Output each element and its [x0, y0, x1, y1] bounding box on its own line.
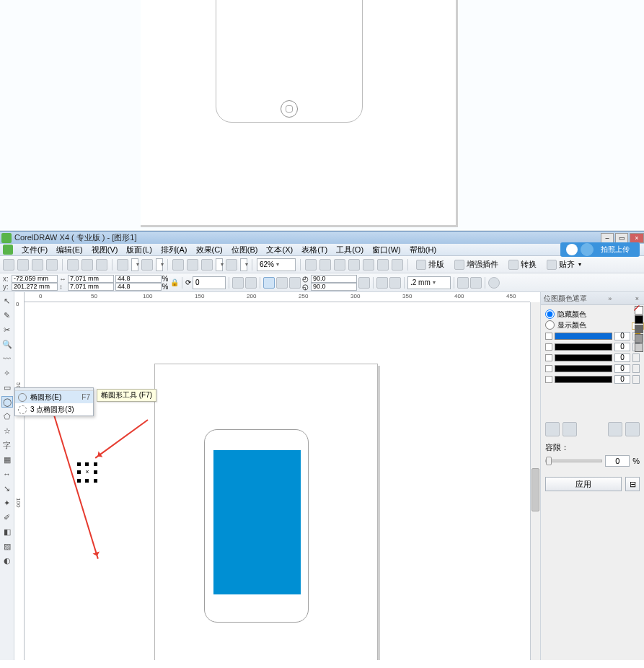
- tool-text[interactable]: 字: [1, 439, 13, 451]
- menu-item[interactable]: 表格(T): [297, 244, 332, 256]
- menu-item[interactable]: 版面(L): [122, 244, 156, 256]
- zoom-height-icon[interactable]: [377, 259, 389, 271]
- height-input[interactable]: [68, 283, 114, 291]
- menu-item[interactable]: 编辑(E): [52, 244, 87, 256]
- zoom-selection-icon[interactable]: [392, 259, 403, 271]
- mask-swatch[interactable]: [555, 333, 612, 340]
- vertical-ruler[interactable]: 050100: [14, 292, 25, 660]
- app-launcher-icon[interactable]: [226, 259, 237, 271]
- mask-checkbox[interactable]: [545, 343, 552, 351]
- zoom-in-icon[interactable]: [305, 259, 317, 271]
- outline-width-combo[interactable]: .2 mm▾: [407, 276, 451, 289]
- pie-mode-icon[interactable]: [276, 277, 288, 289]
- mask-value[interactable]: 0: [614, 364, 630, 373]
- mask-checkbox[interactable]: [545, 376, 552, 383]
- tolerance-value[interactable]: 0: [605, 455, 630, 467]
- palette-swatch[interactable]: [635, 325, 643, 333]
- paste-icon[interactable]: [96, 259, 107, 271]
- palette-swatch[interactable]: [635, 334, 643, 343]
- menu-item[interactable]: 位图(B): [227, 244, 263, 256]
- mask-swatch[interactable]: [555, 343, 612, 351]
- palette-swatch[interactable]: [635, 343, 643, 352]
- convert-curve-icon[interactable]: [470, 277, 482, 289]
- mask-value[interactable]: 0: [614, 353, 630, 362]
- export-icon[interactable]: [187, 259, 198, 271]
- tool-pick[interactable]: ↖: [1, 295, 13, 307]
- convert-button[interactable]: 转换: [505, 258, 540, 271]
- tool-dropper[interactable]: ✐: [1, 511, 13, 523]
- mask-color-row[interactable]: 0: [545, 331, 640, 341]
- mask-value[interactable]: 0: [614, 375, 630, 384]
- import-icon[interactable]: [172, 259, 184, 271]
- tool-freehand[interactable]: 〰: [1, 353, 13, 364]
- mask-spinner[interactable]: [632, 353, 640, 362]
- mask-color-row[interactable]: 0: [545, 374, 640, 384]
- cut-icon[interactable]: [67, 259, 79, 271]
- menu-item[interactable]: 工具(O): [332, 244, 368, 256]
- app-launcher-dropdown[interactable]: ▾: [240, 258, 247, 271]
- snap-button[interactable]: 贴齐▾: [543, 258, 585, 271]
- flyout-item-ellipse[interactable]: 椭圆形(E) F7: [15, 391, 93, 403]
- tool-rect[interactable]: ▭: [1, 382, 13, 393]
- upload-button[interactable]: 拍照上传: [560, 242, 640, 257]
- mirror-v-icon[interactable]: [245, 277, 257, 289]
- direction-icon[interactable]: [358, 277, 370, 289]
- docker-title-bar[interactable]: 位图颜色遮罩 » ×: [541, 292, 644, 305]
- tool-outline[interactable]: ◧: [1, 526, 13, 537]
- new-icon[interactable]: [3, 259, 14, 271]
- zoom-width-icon[interactable]: [363, 259, 374, 271]
- redo-icon[interactable]: [141, 259, 153, 271]
- mask-checkbox[interactable]: [545, 354, 552, 361]
- menu-item[interactable]: 帮助(H): [405, 244, 441, 256]
- undo-dropdown[interactable]: ▾: [131, 258, 138, 271]
- print-icon[interactable]: [46, 259, 58, 271]
- redo-dropdown[interactable]: ▾: [156, 258, 163, 271]
- mask-swatch[interactable]: [555, 376, 612, 383]
- tool-dimension[interactable]: ↔: [1, 468, 13, 480]
- open-mask-icon[interactable]: [625, 422, 640, 436]
- zoom-out-icon[interactable]: [319, 259, 331, 271]
- mask-color-row[interactable]: 0: [545, 342, 640, 352]
- docker-collapse-icon[interactable]: »: [606, 295, 614, 302]
- tool-basic[interactable]: ☆: [1, 425, 13, 436]
- start-angle-input[interactable]: [311, 275, 357, 283]
- options-icon[interactable]: [488, 277, 500, 289]
- ellipse-mode-icon[interactable]: [263, 277, 275, 289]
- tool-shape[interactable]: ✎: [1, 309, 13, 321]
- minimize-button[interactable]: –: [601, 233, 614, 243]
- tool-connector[interactable]: ↘: [1, 483, 13, 494]
- mask-value[interactable]: 0: [614, 332, 630, 340]
- scroll-thumb[interactable]: [531, 468, 539, 511]
- arc-mode-icon[interactable]: [289, 277, 301, 289]
- to-back-icon[interactable]: [389, 277, 401, 289]
- slider-thumb[interactable]: [546, 457, 552, 465]
- mirror-h-icon[interactable]: [232, 277, 244, 289]
- edit-color-icon[interactable]: [563, 422, 577, 436]
- radio-hide-colors[interactable]: 隐藏颜色: [545, 309, 640, 320]
- horizontal-ruler[interactable]: 050100150200250300350400450: [25, 292, 530, 302]
- tool-interactive[interactable]: ✦: [1, 497, 13, 509]
- radio-input[interactable]: [545, 320, 555, 330]
- palette-swatch[interactable]: [635, 306, 643, 315]
- open-icon[interactable]: [17, 259, 29, 271]
- tool-zoom[interactable]: 🔍: [1, 338, 13, 350]
- menu-item[interactable]: 窗口(W): [368, 244, 405, 256]
- menu-item[interactable]: 文本(X): [262, 244, 297, 256]
- to-front-icon[interactable]: [376, 277, 388, 289]
- menu-item[interactable]: 文件(F): [17, 244, 52, 256]
- y-input[interactable]: [12, 283, 58, 291]
- mask-value[interactable]: 0: [614, 343, 630, 351]
- menu-item[interactable]: 视图(V): [87, 244, 123, 256]
- publish-dropdown[interactable]: ▾: [216, 258, 223, 271]
- tool-crop[interactable]: ✂: [1, 324, 13, 335]
- radio-input[interactable]: [545, 309, 555, 319]
- docker-close-icon[interactable]: ×: [633, 295, 641, 302]
- maximize-button[interactable]: ▭: [615, 233, 628, 243]
- tolerance-slider[interactable]: [545, 460, 602, 462]
- width-input[interactable]: [68, 275, 114, 283]
- palette-swatch[interactable]: [635, 315, 643, 324]
- wrap-text-icon[interactable]: [457, 277, 469, 289]
- selection-handles[interactable]: ×: [77, 462, 97, 483]
- menu-item[interactable]: 排列(A): [156, 244, 192, 256]
- mask-color-row[interactable]: 0: [545, 353, 640, 363]
